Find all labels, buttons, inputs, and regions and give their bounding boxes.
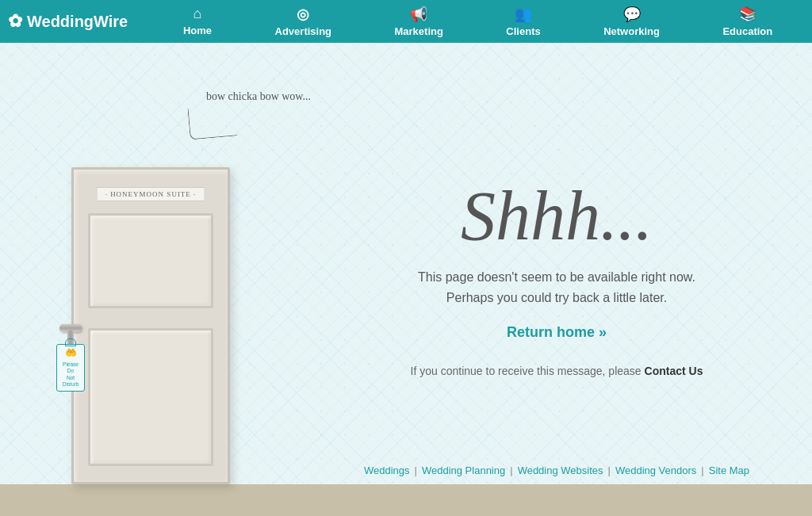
return-home-link[interactable]: Return home » xyxy=(507,324,607,341)
dnd-not: Not xyxy=(67,375,75,381)
door-frame: · HONEYMOON SUITE · 500 🤲 Please Do Not … xyxy=(71,167,230,484)
room-sign: · HONEYMOON SUITE · xyxy=(97,187,205,201)
dnd-tag: 🤲 Please Do Not Disturb xyxy=(56,344,85,392)
networking-icon: 💬 xyxy=(623,6,641,23)
clients-icon: 👥 xyxy=(515,6,532,23)
footer-link-vendors[interactable]: Wedding Vendors xyxy=(615,464,696,476)
contact-prefix: If you continue to receive this message,… xyxy=(411,365,642,377)
door-panel-bottom xyxy=(88,328,213,466)
nav-advertising-label: Advertising xyxy=(275,25,332,37)
door-handle xyxy=(59,324,82,332)
marketing-icon: 📢 xyxy=(410,6,427,23)
error-message: This page doesn't seem to be available r… xyxy=(418,267,695,308)
logo-icon: ✿ xyxy=(8,11,22,32)
main-content: bow chicka bow wow... · HONEYMOON SUITE … xyxy=(0,43,812,516)
footer-link-websites[interactable]: Wedding Websites xyxy=(518,464,603,476)
door-panel-top xyxy=(88,213,213,308)
dnd-do: Do xyxy=(67,368,74,374)
home-icon: ⌂ xyxy=(193,6,202,22)
footer-link-weddings[interactable]: Weddings xyxy=(364,464,410,476)
footer-sep-3: | xyxy=(608,464,611,476)
navigation: ✿ WeddingWire ⌂ Home ◎ Advertising 📢 Mar… xyxy=(0,0,812,43)
error-line-2: Perhaps you could try back a little late… xyxy=(418,288,695,308)
footer-sep-2: | xyxy=(510,464,512,476)
nav-clients-label: Clients xyxy=(506,25,540,37)
nav-education-label: Education xyxy=(722,25,772,37)
footer-sep-4: | xyxy=(701,464,703,476)
dnd-please: Please xyxy=(63,361,79,368)
logo[interactable]: ✿ WeddingWire xyxy=(8,11,128,32)
nav-networking-label: Networking xyxy=(603,25,660,37)
annotation-line xyxy=(187,104,237,140)
right-section: Shhh... This page doesn't seem to be ava… xyxy=(301,43,812,516)
shhh-heading: Shhh... xyxy=(461,182,653,251)
nav-marketing-label: Marketing xyxy=(395,25,443,37)
dnd-disturb: Disturb xyxy=(63,381,79,388)
door-container: · HONEYMOON SUITE · 500 🤲 Please Do Not … xyxy=(71,167,230,484)
footer-link-planning[interactable]: Wedding Planning xyxy=(422,464,505,476)
footer-link-sitemap[interactable]: Site Map xyxy=(709,464,749,476)
nav-items: ⌂ Home ◎ Advertising 📢 Marketing 👥 Clien… xyxy=(151,1,804,42)
annotation-text: bow chicka bow wow... xyxy=(206,90,311,103)
footer-links: Weddings | Wedding Planning | Wedding We… xyxy=(301,464,812,476)
dnd-hands-icon: 🤲 xyxy=(65,347,77,360)
nav-education[interactable]: 📚 Education xyxy=(710,1,785,42)
nav-home[interactable]: ⌂ Home xyxy=(170,1,224,42)
door-section: bow chicka bow wow... · HONEYMOON SUITE … xyxy=(0,43,301,516)
nav-networking[interactable]: 💬 Networking xyxy=(591,1,672,42)
education-icon: 📚 xyxy=(739,6,756,23)
logo-text: WeddingWire xyxy=(27,13,128,31)
footer-sep-1: | xyxy=(415,464,417,476)
nav-advertising[interactable]: ◎ Advertising xyxy=(262,1,345,42)
error-line-1: This page doesn't seem to be available r… xyxy=(418,267,695,288)
nav-clients[interactable]: 👥 Clients xyxy=(493,1,553,42)
contact-us-link[interactable]: Contact Us xyxy=(645,365,703,377)
nav-marketing[interactable]: 📢 Marketing xyxy=(382,1,456,42)
contact-line: If you continue to receive this message,… xyxy=(411,365,703,377)
advertising-icon: ◎ xyxy=(297,6,309,23)
nav-home-label: Home xyxy=(183,25,212,36)
